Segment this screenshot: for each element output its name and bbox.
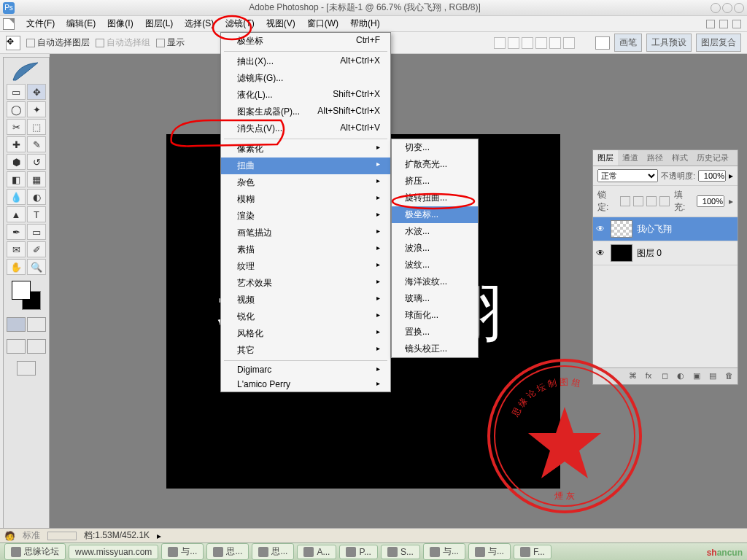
layer-thumbnail[interactable] — [611, 220, 632, 238]
lasso-tool[interactable]: ◯ — [7, 101, 26, 117]
filter-menu-item[interactable]: 液化(L)...Shift+Ctrl+X — [221, 87, 390, 104]
align-vcenter-icon[interactable] — [508, 37, 519, 49]
menu-edit[interactable]: 编辑(E) — [61, 16, 101, 31]
filter-menu-item[interactable]: 视频 — [221, 292, 390, 308]
taskbar-item[interactable]: 思缘论坛 — [4, 543, 66, 560]
filter-menu-item[interactable]: 极坐标Ctrl+F — [221, 33, 390, 50]
distort-submenu-item[interactable]: 水波... — [392, 223, 478, 240]
notes-tool[interactable]: ✉ — [7, 241, 26, 257]
screen-mode-2-icon[interactable] — [27, 339, 46, 354]
filter-menu-item[interactable]: 锐化 — [221, 308, 390, 325]
layer-row[interactable]: 👁 我心飞翔 — [593, 217, 738, 241]
taskbar-item[interactable]: S... — [381, 545, 420, 559]
filter-menu-item[interactable]: 画笔描边 — [221, 225, 390, 241]
tab-paths[interactable]: 路径 — [643, 150, 667, 166]
pen-tool[interactable]: ✒ — [7, 224, 26, 240]
blur-tool[interactable]: 💧 — [7, 189, 26, 205]
taskbar-item[interactable]: F... — [514, 545, 551, 559]
doc-minimize-icon[interactable] — [706, 20, 715, 28]
distort-submenu-item[interactable]: 波纹... — [392, 257, 478, 273]
show-transform-checkbox[interactable] — [156, 39, 165, 47]
taskbar-item[interactable]: 思... — [252, 543, 294, 560]
tab-brushes[interactable]: 画笔 — [614, 34, 642, 52]
taskbar-item[interactable]: A... — [297, 545, 336, 559]
fill-input[interactable] — [697, 195, 724, 207]
doc-close-icon[interactable] — [732, 20, 741, 28]
type-tool[interactable]: T — [27, 206, 46, 222]
filter-menu-item[interactable]: 模糊 — [221, 191, 390, 208]
menu-window[interactable]: 窗口(W) — [301, 16, 344, 31]
taskbar-item[interactable]: www.missyuan.com — [69, 545, 158, 559]
filter-menu-item[interactable]: 艺术效果 — [221, 275, 390, 292]
distort-submenu-item[interactable]: 波浪... — [392, 240, 478, 257]
distort-submenu-item[interactable]: 挤压... — [392, 173, 478, 190]
hand-tool[interactable]: ✋ — [7, 259, 26, 275]
shape-tool[interactable]: ▭ — [27, 224, 46, 240]
filter-menu-item[interactable]: 扭曲 — [221, 158, 390, 174]
menu-help[interactable]: 帮助(H) — [344, 16, 386, 31]
menu-image[interactable]: 图像(I) — [101, 16, 139, 31]
menu-file[interactable]: 文件(F) — [20, 16, 61, 31]
auto-select-layer-checkbox[interactable] — [26, 39, 35, 47]
tab-channels[interactable]: 通道 — [618, 150, 643, 166]
taskbar-item[interactable]: P... — [339, 545, 377, 559]
layer-row[interactable]: 👁 图层 0 — [593, 241, 738, 265]
close-icon[interactable] — [734, 3, 744, 13]
delete-layer-icon[interactable]: 🗑 — [723, 371, 735, 381]
marquee-tool[interactable]: ▭ — [7, 84, 26, 100]
blend-mode-select[interactable]: 正常 — [597, 169, 658, 182]
filter-menu-item[interactable]: 抽出(X)...Alt+Ctrl+X — [221, 53, 390, 70]
align-bottom-icon[interactable] — [522, 37, 533, 49]
tab-tool-presets[interactable]: 工具预设 — [646, 34, 692, 52]
fill-arrow-icon[interactable]: ▸ — [729, 196, 733, 206]
gradient-tool[interactable]: ▦ — [27, 171, 46, 187]
menu-view[interactable]: 视图(V) — [260, 16, 301, 31]
minimize-icon[interactable] — [711, 3, 721, 13]
color-swatches[interactable] — [12, 281, 41, 310]
zoom-tool[interactable]: 🔍 — [27, 259, 46, 275]
filter-menu-item[interactable]: 素描 — [221, 241, 390, 258]
filter-menu-item[interactable]: 渲染 — [221, 208, 390, 225]
move-tool[interactable]: ✥ — [27, 84, 46, 100]
stamp-tool[interactable]: ⬢ — [7, 154, 26, 170]
eraser-tool[interactable]: ◧ — [7, 171, 26, 187]
eyedropper-tool[interactable]: ✐ — [27, 241, 46, 257]
zoom-slider[interactable] — [47, 532, 77, 540]
link-layers-icon[interactable]: ⌘ — [627, 371, 638, 381]
visibility-eye-icon[interactable]: 👁 — [596, 224, 606, 234]
screen-mode-1-icon[interactable] — [7, 339, 26, 354]
distort-submenu-item[interactable]: 玻璃... — [392, 290, 478, 307]
distort-submenu-item[interactable]: 球面化... — [392, 307, 478, 324]
dodge-tool[interactable]: ◐ — [27, 189, 46, 205]
filter-menu-item[interactable]: L'amico Perry — [221, 377, 390, 392]
distort-submenu-item[interactable]: 海洋波纹... — [392, 273, 478, 290]
maximize-icon[interactable] — [722, 3, 732, 13]
path-select-tool[interactable]: ▲ — [7, 206, 26, 222]
taskbar-item[interactable]: 与... — [423, 543, 465, 560]
distort-submenu-item[interactable]: 置换... — [392, 324, 478, 341]
taskbar-item[interactable]: 思... — [206, 543, 249, 560]
jump-to-icon[interactable] — [17, 361, 36, 376]
lock-transparent-icon[interactable] — [620, 196, 630, 206]
adjustment-layer-icon[interactable]: ◐ — [675, 371, 686, 381]
group-icon[interactable]: ▣ — [691, 371, 703, 381]
tab-styles[interactable]: 样式 — [667, 150, 692, 166]
opacity-input[interactable] — [698, 170, 726, 182]
filter-menu-item[interactable]: Digimarc — [221, 362, 390, 377]
opacity-arrow-icon[interactable]: ▸ — [729, 171, 733, 181]
distort-submenu-item[interactable]: 切变... — [392, 139, 478, 156]
filter-menu-item[interactable]: 纹理 — [221, 258, 390, 275]
foreground-swatch[interactable] — [12, 281, 31, 300]
distort-submenu-item[interactable]: 旋转扭曲... — [392, 190, 478, 206]
doc-maximize-icon[interactable] — [719, 20, 728, 28]
history-brush-tool[interactable]: ↺ — [27, 154, 46, 170]
lock-paint-icon[interactable] — [633, 196, 643, 206]
filter-menu-item[interactable]: 像素化 — [221, 141, 390, 158]
align-hcenter-icon[interactable] — [549, 37, 561, 49]
distort-submenu-item[interactable]: 极坐标... — [392, 206, 478, 223]
zoom-mode[interactable]: 标准 — [23, 529, 40, 542]
distort-submenu-item[interactable]: 扩散亮光... — [392, 156, 478, 173]
align-right-icon[interactable] — [563, 37, 575, 49]
distort-submenu-item[interactable]: 镜头校正... — [392, 341, 478, 357]
filter-menu-item[interactable]: 图案生成器(P)...Alt+Shift+Ctrl+X — [221, 104, 390, 120]
